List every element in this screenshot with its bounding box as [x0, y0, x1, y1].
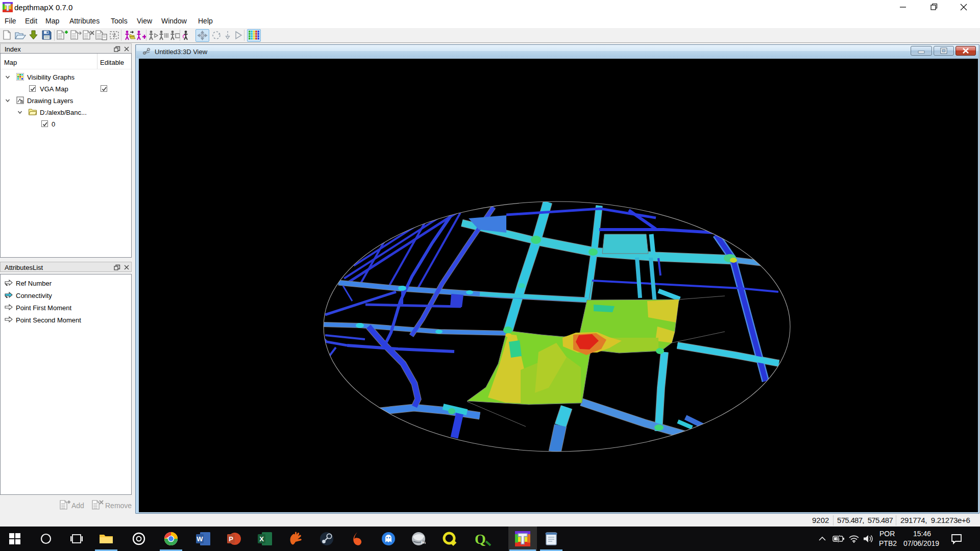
svg-text:Q: Q: [475, 531, 486, 546]
svg-text:X: X: [259, 535, 264, 543]
svg-text:Pro: Pro: [421, 541, 426, 544]
svg-text:P: P: [229, 535, 233, 543]
svg-text:W: W: [197, 535, 203, 543]
